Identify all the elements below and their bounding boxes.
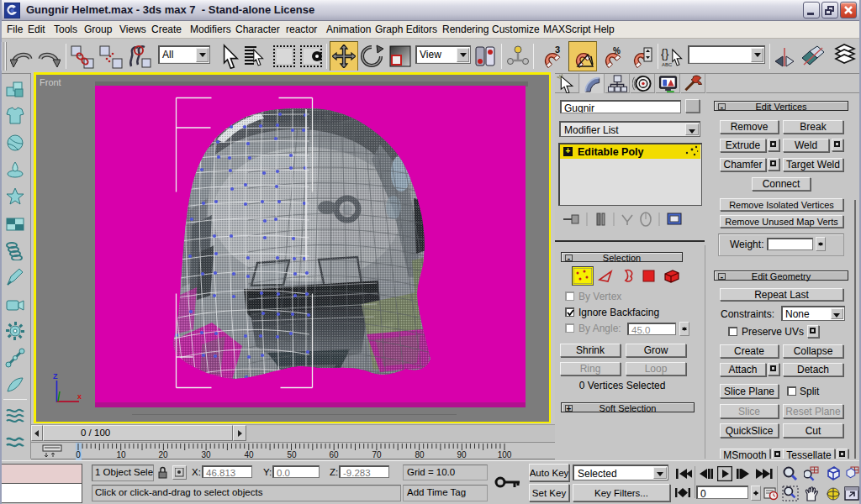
- svg-text:90: 90: [457, 450, 467, 459]
- svg-text:Z: Z: [53, 372, 58, 381]
- svg-text:0: 0: [76, 450, 81, 459]
- svg-text:x: x: [77, 392, 82, 401]
- svg-text:40: 40: [244, 450, 254, 459]
- svg-text:30: 30: [201, 450, 211, 459]
- svg-text:80: 80: [415, 450, 425, 459]
- svg-text:100: 100: [498, 450, 512, 459]
- svg-text:20: 20: [158, 450, 168, 459]
- svg-text:10: 10: [116, 450, 126, 459]
- svg-text:70: 70: [372, 450, 382, 459]
- svg-text:50: 50: [287, 450, 297, 459]
- svg-text:60: 60: [329, 450, 339, 459]
